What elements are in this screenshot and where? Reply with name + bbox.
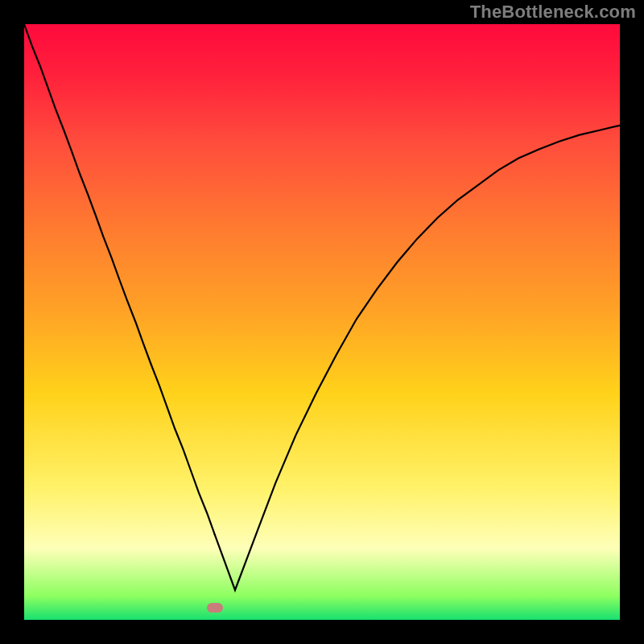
chart-frame: TheBottleneck.com	[0, 0, 644, 644]
watermark-text: TheBottleneck.com	[470, 2, 636, 23]
curve-layer	[24, 24, 620, 620]
bottleneck-marker	[207, 603, 223, 613]
left-branch-path	[24, 24, 215, 535]
right-branch-path	[215, 126, 620, 590]
plot-area	[24, 24, 620, 620]
